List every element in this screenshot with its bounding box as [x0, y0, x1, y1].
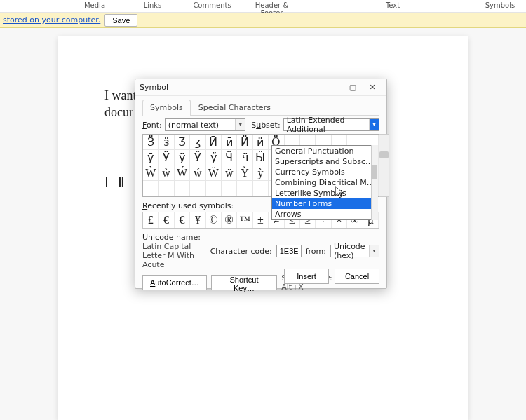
charcode-input[interactable]: [276, 245, 302, 257]
from-combo-value: Unicode (hex): [334, 242, 369, 260]
symbol-cell[interactable]: Ỳ: [237, 165, 252, 181]
symbol-cell[interactable]: [175, 181, 190, 196]
subset-option-highlighted[interactable]: Number Forms: [272, 198, 377, 209]
symbol-cell[interactable]: ӣ: [222, 135, 237, 150]
symbol-cell[interactable]: ӡ: [190, 135, 205, 150]
grid-scrollbar[interactable]: [379, 134, 389, 197]
symbol-cell[interactable]: Ӱ: [159, 150, 174, 165]
ribbon-group-comments[interactable]: Comments: [193, 1, 231, 9]
dropdown-scroll-thumb[interactable]: [371, 165, 377, 179]
symbol-cell[interactable]: ẁ: [159, 165, 174, 181]
font-combo-value: (normal text): [168, 121, 235, 130]
cancel-button[interactable]: Cancel: [335, 269, 379, 284]
chevron-down-icon: ▾: [369, 245, 379, 257]
symbol-cell[interactable]: [253, 181, 269, 196]
subset-dropdown-list: General Punctuation Superscripts and Sub…: [271, 145, 378, 220]
symbol-cell[interactable]: [206, 181, 222, 196]
tab-symbols[interactable]: Symbols: [142, 100, 191, 116]
recent-symbol-cell[interactable]: ¥: [190, 212, 205, 228]
from-label: from:: [306, 247, 326, 256]
symbol-cell[interactable]: Ӵ: [222, 150, 237, 165]
ribbon-strip: Media Links Comments Header & Footer Tex…: [0, 0, 526, 13]
subset-option[interactable]: Currency Symbols: [272, 167, 377, 177]
symbol-cell[interactable]: [222, 181, 237, 196]
symbol-cell[interactable]: [159, 181, 174, 196]
shortcut-key-button[interactable]: Shortcut Key…: [211, 275, 278, 290]
charcode-label: Character code:: [210, 247, 272, 256]
subset-option[interactable]: General Punctuation: [272, 146, 377, 156]
dialog-titlebar: Symbol – ▢ ✕: [135, 79, 386, 96]
subset-option[interactable]: Arrows: [272, 209, 377, 219]
symbol-cell[interactable]: ӯ: [143, 150, 159, 165]
symbol-cell[interactable]: Ẃ: [175, 165, 190, 181]
message-bar-link[interactable]: stored on your computer.: [3, 15, 100, 25]
symbol-cell[interactable]: Ẁ: [143, 165, 159, 181]
subset-option[interactable]: Superscripts and Subscripts: [272, 156, 377, 167]
symbol-dialog: Symbol – ▢ ✕ Symbols Special Characters …: [135, 79, 387, 289]
symbol-cell[interactable]: [143, 181, 159, 196]
chevron-down-icon: ▾: [369, 119, 379, 130]
message-bar-save-button[interactable]: Save: [104, 14, 137, 27]
ribbon-group-links[interactable]: Links: [137, 1, 168, 9]
recent-symbol-cell[interactable]: ®: [222, 212, 237, 228]
grid-scroll-thumb[interactable]: [379, 151, 389, 158]
recent-symbol-cell[interactable]: ©: [206, 212, 222, 228]
close-button[interactable]: ✕: [363, 81, 382, 95]
chevron-down-icon: ▾: [235, 119, 245, 130]
recent-symbol-cell[interactable]: £: [143, 212, 159, 228]
recent-symbol-cell[interactable]: ™: [237, 212, 252, 228]
symbol-cell[interactable]: Ӥ: [237, 135, 252, 150]
recent-symbol-cell[interactable]: €: [175, 212, 190, 228]
subset-option[interactable]: Combining Diacritical Marks for Symbols: [272, 177, 377, 188]
ribbon-group-symbols[interactable]: Symbols: [483, 1, 518, 9]
insert-button[interactable]: Insert: [284, 269, 329, 284]
symbol-cell[interactable]: Ẅ: [206, 165, 222, 181]
font-label: Font:: [142, 121, 162, 130]
unicode-name-label: Unicode name:: [142, 233, 206, 242]
symbol-cell[interactable]: ỳ: [253, 165, 269, 181]
symbol-cell[interactable]: ẅ: [222, 165, 237, 181]
subset-option[interactable]: Letterlike Symbols: [272, 188, 377, 198]
symbol-cell[interactable]: ӥ: [253, 135, 269, 150]
symbol-cell[interactable]: ӟ: [159, 135, 174, 150]
symbol-cell[interactable]: [190, 181, 205, 196]
symbol-cell[interactable]: Ӡ: [175, 135, 190, 150]
symbol-cell[interactable]: ẃ: [190, 165, 205, 181]
symbol-cell[interactable]: ӱ: [175, 150, 190, 165]
ribbon-group-text[interactable]: Text: [379, 1, 407, 9]
recent-symbol-cell[interactable]: €: [159, 212, 174, 228]
ribbon-group-media[interactable]: Media: [70, 1, 119, 9]
dropdown-scrollbar[interactable]: [371, 145, 378, 220]
subset-combo[interactable]: Latin Extended Additional ▾: [283, 118, 379, 131]
from-combo[interactable]: Unicode (hex) ▾: [330, 245, 379, 257]
dialog-tabs: Symbols Special Characters: [142, 99, 379, 116]
font-combo[interactable]: (normal text) ▾: [165, 118, 245, 131]
symbol-cell[interactable]: ӵ: [237, 150, 252, 165]
recent-symbol-cell[interactable]: ±: [253, 212, 269, 228]
message-bar: stored on your computer. Save: [0, 13, 526, 28]
symbol-cell[interactable]: ӳ: [206, 150, 222, 165]
autocorrect-button[interactable]: AutoCorrect…: [142, 275, 207, 290]
symbol-cell[interactable]: [237, 181, 252, 196]
subset-combo-value: Latin Extended Additional: [287, 116, 369, 134]
maximize-button[interactable]: ▢: [343, 81, 363, 95]
symbol-cell[interactable]: Ӣ: [206, 135, 222, 150]
symbol-cell[interactable]: Ӹ: [253, 150, 269, 165]
symbol-cell[interactable]: Ӳ: [190, 150, 205, 165]
unicode-name-value: Latin Capital Letter M With Acute: [142, 242, 206, 269]
subset-label: Subset:: [251, 121, 280, 130]
symbol-cell[interactable]: Ӟ: [143, 135, 159, 150]
tab-special-characters[interactable]: Special Characters: [191, 100, 278, 116]
minimize-button[interactable]: –: [323, 81, 343, 95]
dialog-title: Symbol: [140, 83, 323, 92]
